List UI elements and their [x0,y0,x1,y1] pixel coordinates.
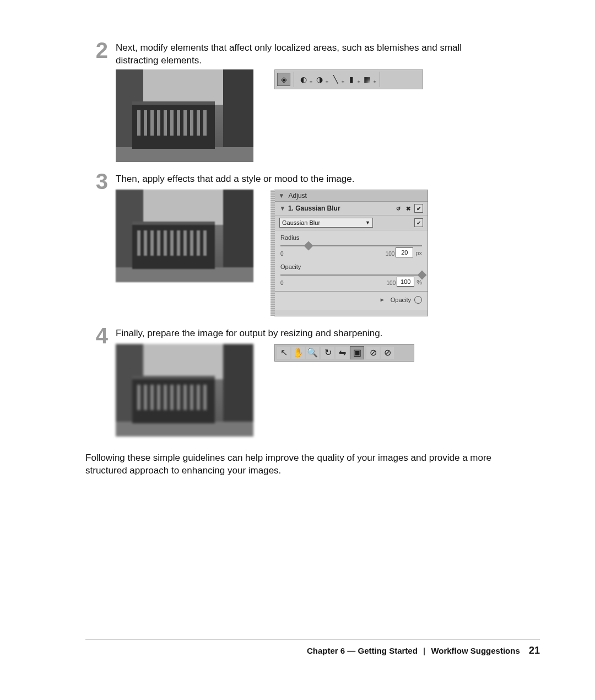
sponge-icon[interactable]: ◑ [313,73,326,85]
step-2-text: Next, modify elements that affect only l… [116,42,506,67]
arrow-nw-icon[interactable]: ↖ [277,347,290,359]
opacity-expand-row[interactable]: ▼ Opacity [280,296,422,304]
disclosure-triangle-icon: ▼ [378,298,386,303]
nodrop2-icon[interactable]: ⊘ [381,347,394,359]
delete-icon[interactable]: ✖ [404,204,412,212]
adjust-panel: ▼ Adjust ▼ 1. Gaussian Blur ↺ ✖ ✔ Gaussi… [274,190,428,316]
radius-max: 100 [386,250,395,258]
opacity-radio[interactable] [414,296,422,304]
opacity-label: Opacity [280,263,422,271]
zoom-icon[interactable]: 🔍 [306,347,319,359]
dodge-icon[interactable]: ◐ [298,73,310,85]
footer-section: Workflow Suggestions [431,646,520,655]
effect-dropdown-row: Gaussian Blur ▼ ✔ [275,216,428,230]
stamp-icon[interactable]: ▦ [361,73,374,85]
opacity-value-input[interactable]: 100 [397,277,414,287]
example-image-step3 [116,190,253,282]
page-footer: Chapter 6 — Getting Started | Workflow S… [85,639,540,657]
chevron-down-icon: ▼ [365,219,370,226]
radius-min: 0 [280,250,284,258]
panel-header[interactable]: ▼ Adjust [275,190,428,202]
step-3-text: Then, apply effects that add a style or … [116,173,506,186]
opacity-unit: % [416,278,422,287]
effect-item-row[interactable]: ▼ 1. Gaussian Blur ↺ ✖ ✔ [275,202,428,216]
effect-item-title: 1. Gaussian Blur [288,204,340,213]
step-number-4: 4 [88,321,108,351]
panel-title: Adjust [289,192,307,200]
step-4-text: Finally, prepare the image for output by… [116,327,506,340]
flip-icon[interactable]: ⇋ [336,347,349,359]
crop-icon[interactable]: ▣ [350,346,364,359]
radius-unit: px [415,249,422,257]
hand-icon[interactable]: ✋ [291,347,305,359]
output-toolbar: ↖ ✋ 🔍 ↻ ⇋ ▣ ⊘ ⊘ [274,344,414,362]
patch-icon[interactable]: ▮ [345,73,358,85]
nodrop-icon[interactable]: ⊘ [366,347,380,359]
radius-slider[interactable] [280,245,422,246]
footer-chapter: Chapter 6 — Getting Started [307,646,418,655]
reset-icon[interactable]: ↺ [394,204,402,212]
opacity-slider[interactable] [280,274,422,276]
disclosure-triangle-icon[interactable]: ▼ [279,191,285,200]
step-number-3: 3 [88,166,108,196]
rotate-icon[interactable]: ↻ [321,347,334,359]
example-image-step4 [116,344,253,437]
radius-value-input[interactable]: 20 [396,247,413,257]
enable-checkbox[interactable]: ✔ [414,204,423,213]
opacity-min: 0 [280,279,284,287]
eye-icon[interactable]: ◈ [277,73,290,86]
effect-dropdown[interactable]: Gaussian Blur ▼ [279,218,373,228]
step-number-2: 2 [88,35,108,65]
retouch-toolbar: ◈ ◐± ◑± ╲± ▮± ▦± [274,69,423,89]
radius-label: Radius [280,234,422,242]
disclosure-triangle-icon[interactable]: ▼ [280,204,286,213]
opacity-max: 100 [387,279,396,287]
example-image-step2 [116,69,253,162]
preview-toggle[interactable]: ✔ [414,218,423,227]
closing-paragraph: Following these simple guidelines can he… [85,452,510,477]
page-number: 21 [529,645,540,656]
brush-icon[interactable]: ╲ [329,73,342,85]
